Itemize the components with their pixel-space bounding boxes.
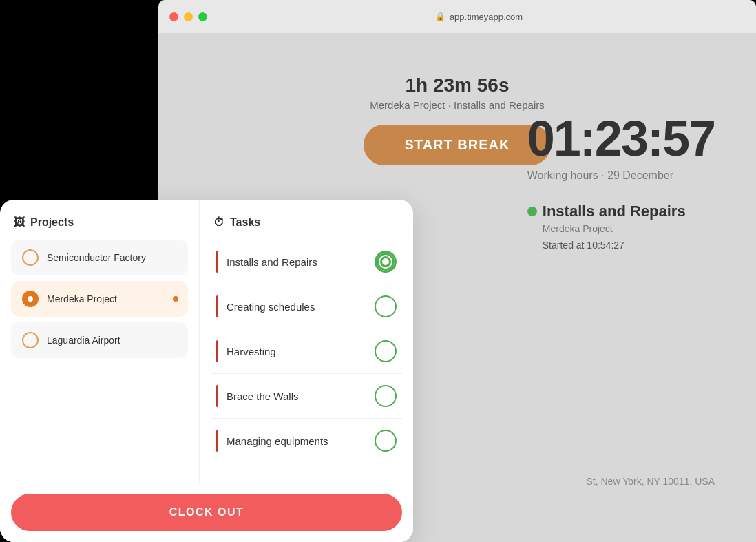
project-item-laguardia[interactable]: Laguardia Airport [11,322,188,358]
project-item-semiconductor[interactable]: Semiconductor Factory [11,240,188,275]
lock-icon: 🔒 [435,12,445,21]
project-item-merdeka[interactable]: Merdeka Project [11,281,188,317]
tasks-panel-header: ⏱ Tasks [211,216,402,229]
active-task-card: Installs and Repairs Merdeka Project Sta… [527,202,715,251]
task-radio-managing[interactable] [375,430,397,452]
task-radio-creating[interactable] [375,295,397,317]
tasks-icon: ⏱ [213,216,224,229]
start-break-button[interactable]: START BREAK [364,125,552,165]
task-item-brace[interactable]: Brace the Walls [211,374,402,419]
projects-panel-header: 🖼 Projects [11,216,188,229]
task-name-harvesting: Harvesting [227,346,276,357]
overlay-panel: 🖼 Projects Semiconductor Factory Merdeka… [0,200,413,542]
task-indicator-managing [216,430,218,452]
clock-out-bar: CLOCK OUT [0,483,413,542]
task-item-installs[interactable]: Installs and Repairs [211,240,402,284]
task-indicator-harvesting [216,340,218,362]
task-item-harvesting[interactable]: Harvesting [211,329,402,374]
address-bar: 🔒 app.timeyapp.com [213,12,745,22]
address-text: app.timeyapp.com [450,12,523,22]
task-indicator-creating [216,295,218,317]
active-status-dot [527,207,537,216]
tasks-panel: ⏱ Tasks Installs and Repairs Creating sc… [200,200,413,483]
browser-titlebar: 🔒 app.timeyapp.com [158,0,756,33]
close-traffic-light[interactable] [169,12,178,21]
projects-header-label: Projects [30,216,74,229]
timer-duration: 1h 23m 56s [370,74,544,96]
task-left-brace: Brace the Walls [216,385,298,407]
tasks-header-label: Tasks [230,216,260,229]
active-task-started: Started at 10:54:27 [543,240,715,251]
projects-icon: 🖼 [14,216,25,229]
big-clock-area: 01:23:57 Working hours · 29 December Ins… [527,110,715,251]
task-indicator-installs [216,251,218,273]
project-name-laguardia: Laguardia Airport [47,335,120,346]
task-radio-harvesting[interactable] [375,340,397,362]
task-left-creating: Creating schedules [216,295,315,317]
task-name-installs: Installs and Repairs [227,256,317,268]
bottom-address: St, New York, NY 10011, USA [586,476,715,487]
project-radio-merdeka [22,291,39,307]
clock-out-button[interactable]: CLOCK OUT [11,494,402,531]
task-item-creating[interactable]: Creating schedules [211,284,402,329]
task-radio-installs[interactable] [375,251,397,273]
minimize-traffic-light[interactable] [184,12,193,21]
project-name-semiconductor: Semiconductor Factory [47,252,146,263]
project-radio-semiconductor [22,249,39,266]
task-radio-brace[interactable] [375,385,397,407]
maximize-traffic-light[interactable] [198,12,207,21]
task-name-brace: Brace the Walls [227,390,298,402]
project-name-merdeka: Merdeka Project [47,293,117,304]
task-item-managing[interactable]: Managing equipments [211,419,402,463]
active-task-project: Merdeka Project [543,223,715,234]
timer-subtitle: Merdeka Project · Installs and Repairs [370,99,544,111]
task-name-managing: Managing equipments [227,435,328,447]
projects-panel: 🖼 Projects Semiconductor Factory Merdeka… [0,200,200,483]
timer-display: 1h 23m 56s Merdeka Project · Installs an… [370,74,544,111]
task-left-harvesting: Harvesting [216,340,276,362]
big-clock-time: 01:23:57 [527,110,715,167]
task-indicator-brace [216,385,218,407]
task-radio-inner-installs [380,256,391,267]
task-left-installs: Installs and Repairs [216,251,317,273]
project-radio-laguardia [22,332,39,348]
project-active-dot-merdeka [173,296,178,302]
big-clock-subtitle: Working hours · 29 December [527,169,715,182]
active-task-name: Installs and Repairs [527,202,715,220]
task-name-creating: Creating schedules [227,301,315,313]
overlay-body: 🖼 Projects Semiconductor Factory Merdeka… [0,200,413,483]
task-left-managing: Managing equipments [216,430,328,452]
